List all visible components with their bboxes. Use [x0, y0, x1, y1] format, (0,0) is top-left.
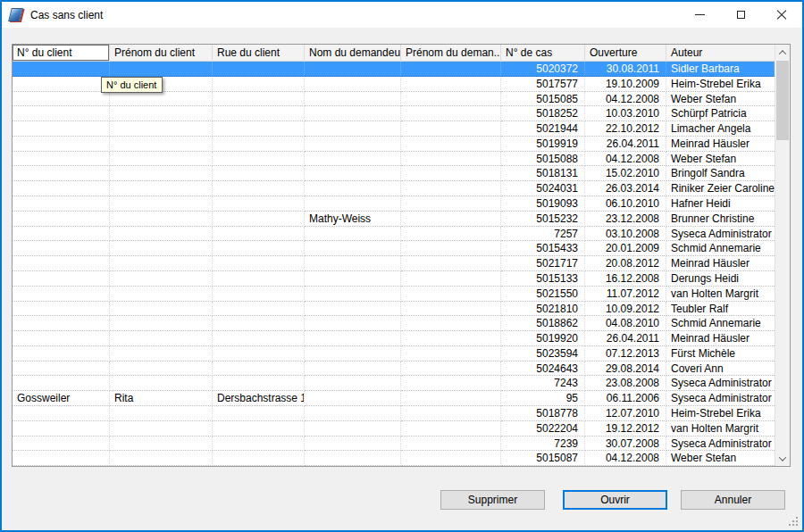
cell-requester_name — [305, 436, 401, 452]
cell-requester_name — [305, 121, 401, 137]
cell-case_no: 5024031 — [501, 181, 585, 196]
table-row[interactable]: 502403126.03.2014Riniker Zeier Caroline — [13, 181, 775, 196]
cell-requester_first_name — [401, 391, 501, 406]
scroll-up-button[interactable] — [775, 45, 790, 60]
cell-client_first_name — [110, 152, 213, 167]
cell-requester_first_name — [401, 376, 501, 391]
table-row[interactable]: 502464329.08.2014Coveri Ann — [13, 362, 775, 377]
table-row[interactable]: 501508504.12.2008Weber Stefan — [13, 92, 775, 107]
table-row[interactable]: 501886204.08.2010Schmid Annemarie — [13, 316, 775, 331]
vertical-scrollbar[interactable] — [775, 45, 790, 466]
cell-client_first_name — [110, 376, 213, 391]
cell-client_street — [213, 362, 305, 377]
cell-opened: 20.01.2009 — [585, 241, 666, 256]
cell-client_first_name — [110, 406, 213, 421]
table-row[interactable]: 501825210.03.2010Schürpf Patricia — [13, 106, 775, 121]
cell-client_no — [13, 212, 110, 227]
cell-requester_name — [305, 106, 401, 121]
table-row[interactable]: 502171720.08.2012Meinrad Häusler — [13, 256, 775, 271]
table-row[interactable]: 502359407.12.2013Fürst Michèle — [13, 346, 775, 362]
cell-requester_first_name — [401, 77, 501, 92]
cell-requester_name — [305, 302, 401, 317]
cell-author: Meinrad Häusler — [666, 331, 775, 346]
cell-requester_name — [305, 376, 401, 391]
maximize-button[interactable] — [720, 2, 761, 28]
cell-opened: 29.08.2014 — [585, 362, 666, 377]
column-header-requester-name[interactable]: Nom du demandeur — [305, 45, 401, 61]
table-row[interactable]: GossweilerRitaDersbachstrasse 169506.11.… — [13, 391, 775, 406]
cell-requester_first_name — [401, 241, 501, 256]
cell-author: Schmid Annemarie — [666, 241, 775, 256]
table-row[interactable]: 723930.07.2008Syseca Administrator — [13, 436, 775, 452]
table-row[interactable]: 501513316.12.2008Derungs Heidi — [13, 271, 775, 287]
cell-client_street — [213, 436, 305, 452]
cell-requester_name — [305, 316, 401, 331]
cell-client_first_name — [110, 436, 213, 452]
table-row[interactable]: 502181010.09.2012Teubler Ralf — [13, 302, 775, 317]
cell-client_street — [213, 77, 305, 92]
cell-opened: 16.12.2008 — [585, 271, 666, 287]
cancel-button[interactable]: Annuler — [681, 490, 785, 510]
column-header-requester-first-name[interactable]: Prénom du deman... — [401, 45, 501, 61]
cell-client_no — [13, 121, 110, 137]
cell-requester_first_name — [401, 331, 501, 346]
table-row[interactable]: 501813115.02.2010Bringolf Sandra — [13, 166, 775, 181]
column-header-opened[interactable]: Ouverture — [585, 45, 666, 61]
column-header-client-no[interactable]: N° du client — [13, 45, 110, 61]
cell-client_no — [13, 287, 110, 302]
cell-requester_name — [305, 62, 401, 77]
delete-button[interactable]: Supprimer — [440, 490, 545, 510]
open-button[interactable]: Ouvrir — [563, 490, 667, 510]
cell-requester_first_name — [401, 106, 501, 121]
table-header: N° du client Prénom du client Rue du cli… — [13, 45, 775, 62]
minimize-button[interactable] — [679, 2, 720, 28]
column-header-case-no[interactable]: N° de cas — [501, 45, 585, 61]
cell-requester_first_name — [401, 196, 501, 212]
cell-requester_first_name — [401, 152, 501, 167]
table-row[interactable]: 725703.10.2008Syseca Administrator — [13, 227, 775, 242]
cell-requester_name — [305, 406, 401, 421]
table-row[interactable]: 502155011.07.2012van Holten Margrit — [13, 287, 775, 302]
table-row[interactable]: 501543320.01.2009Schmid Annemarie — [13, 241, 775, 256]
cell-requester_name — [305, 181, 401, 196]
cell-client_no — [13, 406, 110, 421]
column-header-author[interactable]: Auteur — [666, 45, 775, 61]
cell-case_no: 5015232 — [501, 212, 585, 227]
table-row[interactable]: 501991926.04.2011Meinrad Häusler — [13, 137, 775, 152]
table-row[interactable]: 501877812.07.2010Heim-Strebel Erika — [13, 406, 775, 421]
table-row[interactable]: Mathy-Weiss501523223.12.2008Brunner Chri… — [13, 212, 775, 227]
cell-author: Bringolf Sandra — [666, 166, 775, 181]
scroll-down-button[interactable] — [775, 451, 790, 466]
column-header-client-first-name[interactable]: Prénom du client — [110, 45, 213, 61]
cell-case_no: 5021944 — [501, 121, 585, 137]
cell-requester_name — [305, 92, 401, 107]
column-tooltip: N° du client — [101, 77, 163, 93]
cell-requester_first_name — [401, 316, 501, 331]
cell-opened: 06.10.2010 — [585, 196, 666, 212]
cell-client_first_name — [110, 62, 213, 77]
cell-requester_name — [305, 271, 401, 287]
cell-case_no: 5019093 — [501, 196, 585, 212]
minimize-icon — [695, 14, 705, 15]
table-row[interactable]: 501992026.04.2011Meinrad Häusler — [13, 331, 775, 346]
cell-author: Syseca Administrator — [666, 391, 775, 406]
close-button[interactable] — [761, 2, 802, 28]
cell-client_first_name — [110, 271, 213, 287]
cell-requester_name — [305, 166, 401, 181]
resize-grip[interactable] — [789, 517, 799, 527]
cell-requester_first_name — [401, 212, 501, 227]
cell-opened: 26.04.2011 — [585, 331, 666, 346]
column-header-client-street[interactable]: Rue du client — [213, 45, 305, 61]
cell-author: Teubler Ralf — [666, 302, 775, 317]
table-row[interactable]: 724323.08.2008Syseca Administrator — [13, 376, 775, 391]
table-row[interactable]: 501508704.12.2008Weber Stefan — [13, 451, 775, 466]
cell-requester_name — [305, 152, 401, 167]
cell-client_street — [213, 241, 305, 256]
table-row[interactable]: 502037230.08.2011Sidler Barbara — [13, 62, 775, 77]
table-row[interactable]: 501909306.10.2010Hafner Heidi — [13, 196, 775, 212]
cell-client_no — [13, 137, 110, 152]
table-row[interactable]: 501508804.12.2008Weber Stefan — [13, 152, 775, 167]
table-row[interactable]: 502194422.10.2012Limacher Angela — [13, 121, 775, 137]
scroll-thumb[interactable] — [776, 61, 789, 140]
table-row[interactable]: 502220419.12.2012van Holten Margrit — [13, 421, 775, 436]
